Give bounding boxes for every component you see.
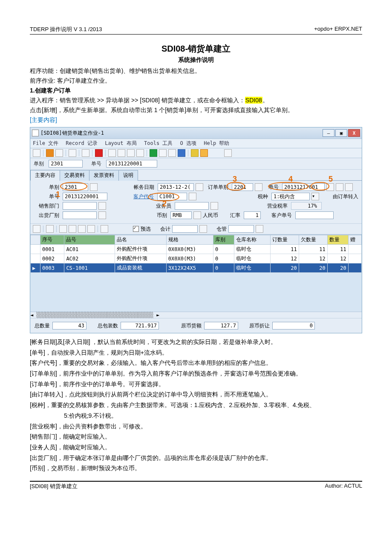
no-field[interactable]: 20131220001 [63, 193, 107, 200]
grid-prev-icon[interactable] [69, 225, 76, 233]
rate-field[interactable]: 1 [244, 211, 261, 219]
tot-pack: 721.917 [121, 322, 159, 330]
col-code[interactable]: 品号 [64, 235, 115, 245]
grid-layout-icon[interactable] [46, 225, 54, 233]
menu-help[interactable]: Help 帮助 [204, 140, 229, 146]
close-doc-icon[interactable] [178, 149, 185, 157]
account-field[interactable] [172, 225, 198, 233]
table-row[interactable]: 0001AC01外购配件什项0X0X0(M3)0临时仓111111 [31, 245, 362, 254]
maximize-button[interactable]: ▣ [335, 129, 347, 137]
col-gift[interactable]: 赠 [348, 235, 361, 245]
no-label: 单号 [34, 193, 61, 200]
grid-new-icon[interactable] [33, 225, 40, 233]
col-owe[interactable]: 欠数量 [299, 235, 327, 245]
table-row[interactable]: ▶0003CS-1001成品套装梳3X12X24X50临时仓202020 [31, 263, 362, 273]
print-icon[interactable] [191, 149, 199, 157]
nav-first-icon[interactable] [108, 149, 116, 157]
date-label: 帐务日期 [131, 184, 156, 191]
help-q-icon[interactable] [200, 149, 208, 157]
menu-file[interactable]: File 文件 [33, 140, 58, 146]
stop-icon[interactable] [95, 149, 103, 157]
tab-invoice[interactable]: 发票资料 [89, 170, 119, 181]
header-fields: 单别 2301 单号 20131220001 [30, 158, 362, 170]
action-icon-2[interactable] [345, 183, 353, 191]
lookup-sales-icon[interactable] [210, 202, 218, 210]
lookup-order-type-icon[interactable] [255, 183, 262, 191]
table-row[interactable]: 0002AC02外购配件什项0X0X0(M3)0临时仓121212 [31, 254, 362, 263]
col-name[interactable]: 品名 [115, 235, 166, 245]
lookup-order-no-icon[interactable] [326, 183, 334, 191]
type-label: 单别 [34, 184, 61, 191]
tax-field[interactable]: 1:税内含 [271, 193, 310, 200]
note-3: [客户代号]，重要的交易对象，必须输入。输入客户代号后带出本单用到的相应的客户信… [30, 358, 362, 368]
cust-label[interactable]: 客户代号 [130, 193, 156, 200]
menu-options[interactable]: O 选项 [180, 140, 196, 146]
menu-record[interactable]: Record 记录 [66, 140, 98, 146]
lookup-dept-icon[interactable] [98, 202, 106, 210]
col-qty[interactable]: 数量 [327, 235, 348, 245]
preselect-checkbox[interactable] [133, 226, 139, 232]
menu-tools[interactable]: Tools 工具 [144, 140, 173, 146]
list-icon[interactable] [168, 149, 176, 157]
tot-disc: 0 [272, 322, 315, 330]
curr-field[interactable]: RMB [170, 211, 192, 219]
note-10: [业务人员]，能确定时应输入。 [30, 443, 362, 452]
intro-block: 程序功能：创建销货单(销售出货单)、维护销售出货单相关信息。 前序作业: 客户订… [30, 66, 362, 124]
grid-last-icon[interactable] [87, 225, 95, 233]
dropdown-tax-icon[interactable]: ▾ [311, 193, 319, 200]
grid-first-icon[interactable] [59, 225, 67, 233]
nav-last-icon[interactable] [136, 149, 144, 157]
minimize-button[interactable]: — [323, 129, 334, 137]
lookup-cust-icon[interactable] [189, 193, 196, 200]
h-scrollbar[interactable]: ◄ ░░░░░░░░░░░░░░░░░░░░░░░░░░░░░░░░░░░░░░… [30, 312, 362, 318]
grid-next-icon[interactable] [78, 225, 86, 233]
dept-field[interactable] [63, 202, 97, 210]
action-icon-1[interactable] [336, 183, 343, 191]
col-locname[interactable]: 仓库名称 [234, 235, 271, 245]
detail-grid[interactable]: 序号 品号 品名 规格 库别 仓库名称 订数量 欠数量 数量 赠 0001AC0… [30, 235, 362, 273]
nav-prev-icon[interactable] [118, 149, 125, 157]
tab-main[interactable]: 主要内容 [30, 170, 60, 181]
import-button[interactable]: 由订单转入 [333, 193, 358, 200]
keeper-field[interactable] [228, 225, 254, 233]
hdr-no-value[interactable]: 20131220001 [106, 160, 157, 168]
edit-icon[interactable] [82, 149, 89, 157]
close-button[interactable]: X [348, 129, 360, 137]
date-field[interactable]: 2013-12-2( [158, 183, 194, 191]
new-icon[interactable] [46, 149, 54, 157]
help-icon[interactable] [33, 149, 40, 157]
factory-field[interactable] [63, 211, 97, 219]
grid-wrap: 序号 品号 品名 规格 库别 仓库名称 订数量 欠数量 数量 赠 0001AC0… [30, 234, 362, 312]
excel-icon[interactable] [150, 149, 157, 157]
lookup-type-icon[interactable] [90, 183, 98, 191]
col-spec[interactable]: 规格 [166, 235, 213, 245]
col-seq[interactable]: 序号 [40, 235, 64, 245]
copy-icon[interactable] [55, 149, 63, 157]
nav-next-icon[interactable] [127, 149, 135, 157]
sales-label: 业务员 [148, 202, 173, 210]
layout-icon[interactable] [69, 149, 76, 157]
currency-icon[interactable] [193, 211, 201, 219]
grid-tool-icon[interactable] [101, 225, 108, 233]
tab-desc[interactable]: 说明 [118, 170, 138, 181]
col-loc[interactable]: 库别 [213, 235, 234, 245]
lookup-keeper-icon[interactable] [256, 225, 263, 233]
factory-label: 出货厂别 [34, 212, 61, 219]
menu-layout[interactable]: Layout 布局 [105, 140, 137, 146]
exit-icon[interactable] [224, 149, 232, 157]
cmd-code: SDI08 [245, 97, 262, 104]
calendar-icon[interactable] [196, 183, 203, 191]
custno-field[interactable] [295, 211, 334, 219]
lookup-factory-icon[interactable] [98, 211, 106, 219]
cust-field[interactable]: C1001 [157, 193, 187, 200]
tab-trade[interactable]: 交易资料 [60, 170, 89, 181]
search-icon[interactable] [159, 149, 167, 157]
hdr-type-value[interactable]: 2301 [49, 160, 83, 168]
sales-field[interactable] [175, 202, 209, 210]
order-no-field[interactable]: 20131217001 [282, 183, 325, 191]
col-ord[interactable]: 订数量 [270, 235, 299, 245]
order-type-field[interactable]: 2201 [232, 183, 253, 191]
tot-qty-label: 总数量 [35, 322, 50, 330]
type-field[interactable]: 2301 [63, 183, 88, 191]
lookup-account-icon[interactable] [199, 225, 207, 233]
